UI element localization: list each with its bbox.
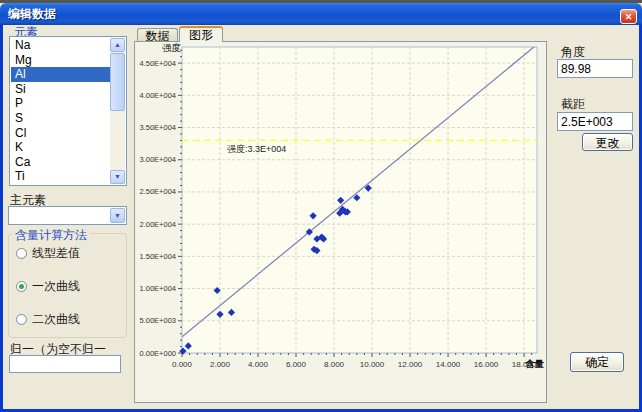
svg-text:3.50E+004: 3.50E+004 [140,123,177,132]
threshold-label: 强度:3.3E+004 [227,144,286,154]
radio-checked-icon[interactable] [16,281,27,292]
radio-unchecked-icon[interactable] [16,248,27,259]
y-axis-title: 强度 [162,42,181,53]
radio-unchecked-icon[interactable] [16,314,27,325]
svg-text:3.00E+004: 3.00E+004 [140,155,177,164]
element-list-item[interactable]: Cl [11,126,110,141]
method-radio-option[interactable]: 一次曲线 [16,279,80,293]
tab-graph[interactable]: 图形 [179,26,223,42]
method-radio-option[interactable]: 二次曲线 [16,312,80,326]
intercept-input[interactable] [557,112,633,131]
svg-text:2.000: 2.000 [210,360,231,369]
svg-text:16.000: 16.000 [474,360,499,369]
close-icon: ✕ [625,12,633,22]
element-list-item[interactable]: Al [11,67,110,82]
method-radio-label: 一次曲线 [32,278,80,295]
svg-text:1.00E+004: 1.00E+004 [140,284,177,293]
titlebar[interactable]: 编辑数据 ✕ [0,3,642,25]
close-button[interactable]: ✕ [620,9,637,24]
element-list-item[interactable]: P [11,96,110,111]
svg-text:2.00E+004: 2.00E+004 [140,220,177,229]
svg-text:2.50E+004: 2.50E+004 [140,187,177,196]
chevron-down-icon: ▼ [114,212,121,219]
element-list-item[interactable]: Ca [11,155,110,170]
scroll-up-icon: ▲ [114,41,121,48]
svg-text:5.00E+003: 5.00E+003 [140,316,177,325]
ok-button[interactable]: 确定 [570,352,624,372]
scroll-down-icon: ▼ [114,173,121,180]
calibration-chart: 0.0002.0004.0006.0008.00010.00012.00014.… [135,42,546,402]
svg-text:4.00E+004: 4.00E+004 [140,91,177,100]
angle-input[interactable] [557,59,633,78]
method-group-label: 含量计算方法 [12,227,90,244]
window-title: 编辑数据 [8,3,56,25]
element-list-item[interactable]: Mg [11,53,110,68]
svg-text:10.000: 10.000 [360,360,385,369]
element-list-item[interactable]: S [11,111,110,126]
tab-data[interactable]: 数据 [137,28,178,42]
main-element-select[interactable]: ▼ [8,206,127,225]
method-radio-label: 二次曲线 [32,311,80,328]
svg-text:4.50E+004: 4.50E+004 [140,59,177,68]
element-list-scrollbar[interactable]: ▲ ▼ [110,38,125,184]
intercept-label: 截距 [561,96,585,113]
method-radio-label: 线型差值 [32,245,80,262]
svg-text:14.000: 14.000 [436,360,461,369]
combo-dropdown-button[interactable]: ▼ [110,208,125,223]
svg-text:12.000: 12.000 [398,360,423,369]
element-list-item[interactable]: Ti [11,169,110,184]
element-listbox: NaMgAlSiPSClKCaTi ▲ ▼ [9,36,127,186]
edit-data-dialog: 编辑数据 ✕ 元素 NaMgAlSiPSClKCaTi ▲ ▼ 主元素 ▼ 含量… [0,0,642,412]
element-list-item[interactable]: Si [11,82,110,97]
svg-text:1.50E+004: 1.50E+004 [140,252,177,261]
element-list-item[interactable]: Na [11,38,110,53]
svg-text:6.000: 6.000 [286,360,307,369]
normalize-input[interactable] [9,355,121,373]
scroll-up-button[interactable]: ▲ [110,38,125,52]
element-list-item[interactable]: K [11,140,110,155]
change-button[interactable]: 更改 [582,133,633,151]
svg-text:8.000: 8.000 [324,360,345,369]
element-list: NaMgAlSiPSClKCaTi [11,38,110,184]
svg-text:4.000: 4.000 [248,360,269,369]
svg-text:0.00E+000: 0.00E+000 [140,349,177,358]
x-axis-title: 含量 [525,358,545,369]
svg-text:0.000: 0.000 [172,360,193,369]
method-radio-option[interactable]: 线型差值 [16,246,80,260]
scrollbar-thumb[interactable] [110,53,125,111]
scroll-down-button[interactable]: ▼ [110,170,125,184]
plot-area [182,47,537,353]
